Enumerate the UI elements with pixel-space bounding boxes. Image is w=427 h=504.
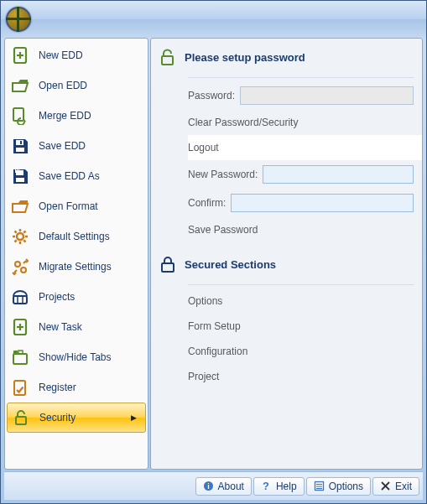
menu-label: New Task — [39, 321, 82, 333]
svg-rect-30 — [16, 417, 26, 424]
svg-rect-5 — [16, 148, 24, 152]
menu-save-edd[interactable]: Save EDD — [7, 131, 146, 161]
file-plus-icon — [10, 317, 30, 337]
password-row: Password: — [188, 81, 414, 110]
menu-label: Show/Hide Tabs — [39, 351, 112, 363]
button-label: About — [218, 481, 244, 492]
logout-button[interactable]: Logout — [188, 135, 422, 160]
about-button[interactable]: i About — [195, 477, 252, 496]
new-password-input[interactable] — [263, 165, 414, 184]
action-label: Clear Password/Security — [188, 117, 298, 128]
menu-label: Register — [39, 382, 76, 393]
menu-migrate-settings[interactable]: Migrate Settings — [7, 252, 146, 282]
svg-rect-32 — [162, 263, 174, 272]
sidebar: New EDD Open EDD Merge EDD Save EDD — [4, 38, 148, 470]
action-label: Configuration — [188, 346, 247, 357]
menu-security[interactable]: Security ▶ — [7, 403, 146, 433]
svg-rect-31 — [162, 56, 173, 65]
menu-label: Merge EDD — [39, 110, 91, 122]
register-icon — [10, 377, 30, 397]
divider — [188, 284, 414, 285]
action-label: Project — [188, 371, 219, 382]
svg-rect-6 — [20, 141, 22, 144]
menu-label: Migrate Settings — [39, 261, 112, 273]
menu-show-hide-tabs[interactable]: Show/Hide Tabs — [7, 342, 146, 372]
svg-rect-26 — [13, 354, 27, 364]
button-label: Options — [329, 481, 363, 492]
bottom-toolbar: i About ? Help Options Exit — [4, 471, 423, 500]
menu-merge-edd[interactable]: Merge EDD — [7, 101, 146, 131]
options-button[interactable]: Options — [306, 477, 371, 496]
menu-label: Save EDD — [39, 140, 86, 152]
unlock-icon — [158, 47, 178, 67]
projects-icon — [10, 287, 30, 307]
svg-point-9 — [17, 233, 23, 240]
svg-point-18 — [15, 262, 20, 267]
action-label: Options — [188, 295, 222, 307]
menu-new-edd[interactable]: New EDD — [7, 40, 146, 70]
menu-register[interactable]: Register — [7, 372, 146, 403]
close-icon — [380, 481, 392, 492]
clear-password-button[interactable]: Clear Password/Security — [188, 110, 414, 135]
menu-open-edd[interactable]: Open EDD — [7, 70, 146, 101]
svg-rect-27 — [13, 351, 18, 354]
unlock-icon — [11, 408, 31, 428]
exit-button[interactable]: Exit — [372, 477, 419, 496]
new-password-label: New Password: — [188, 169, 258, 180]
confirm-label: Confirm: — [188, 197, 226, 209]
section-title: Please setup password — [185, 51, 305, 64]
action-label: Save Password — [188, 224, 258, 236]
folder-format-icon — [10, 196, 30, 216]
menu-label: Default Settings — [39, 231, 110, 242]
file-merge-icon — [10, 106, 30, 126]
svg-rect-4 — [16, 140, 23, 145]
file-plus-icon — [10, 45, 30, 65]
section-title: Secured Sections — [185, 258, 276, 271]
svg-text:?: ? — [263, 481, 269, 491]
svg-rect-28 — [18, 351, 23, 354]
menu-label: Save EDD As — [39, 170, 100, 182]
action-label: Logout — [188, 142, 219, 153]
save-password-button[interactable]: Save Password — [188, 217, 414, 242]
migrate-icon — [10, 257, 30, 277]
save-icon — [10, 136, 30, 156]
section-secured: Secured Sections — [158, 254, 414, 274]
menu-label: Security — [39, 412, 76, 423]
secured-form-setup[interactable]: Form Setup — [188, 314, 414, 339]
password-input[interactable] — [240, 86, 414, 105]
help-button[interactable]: ? Help — [253, 477, 305, 496]
svg-line-17 — [23, 231, 25, 233]
button-label: Exit — [395, 481, 412, 492]
password-label: Password: — [188, 90, 235, 101]
confirm-password-input[interactable] — [231, 194, 414, 212]
confirm-row: Confirm: — [188, 189, 414, 217]
help-icon: ? — [261, 481, 273, 492]
menu-new-task[interactable]: New Task — [7, 312, 146, 342]
svg-point-19 — [21, 268, 26, 273]
secured-configuration[interactable]: Configuration — [188, 339, 414, 364]
submenu-arrow-icon: ▶ — [131, 413, 137, 422]
gear-icon — [10, 226, 30, 247]
lock-icon — [158, 254, 178, 274]
secured-project[interactable]: Project — [188, 364, 414, 389]
svg-line-15 — [23, 240, 25, 242]
menu-projects[interactable]: Projects — [7, 282, 146, 312]
svg-rect-8 — [16, 178, 24, 182]
button-label: Help — [276, 481, 297, 492]
titlebar — [1, 1, 426, 38]
svg-line-16 — [15, 240, 17, 242]
secured-options[interactable]: Options — [188, 288, 414, 314]
menu-label: New EDD — [39, 49, 83, 61]
info-icon: i — [203, 481, 215, 492]
save-as-icon — [10, 166, 30, 186]
app-logo-icon — [6, 7, 31, 32]
menu-default-settings[interactable]: Default Settings — [7, 221, 146, 252]
action-label: Form Setup — [188, 320, 241, 332]
menu-label: Open EDD — [39, 80, 87, 91]
app-window: New EDD Open EDD Merge EDD Save EDD — [0, 0, 427, 504]
workarea: New EDD Open EDD Merge EDD Save EDD — [4, 38, 423, 470]
options-icon — [314, 481, 325, 492]
menu-save-edd-as[interactable]: Save EDD As — [7, 161, 146, 191]
tabs-icon — [10, 347, 30, 367]
menu-open-format[interactable]: Open Format — [7, 191, 146, 221]
